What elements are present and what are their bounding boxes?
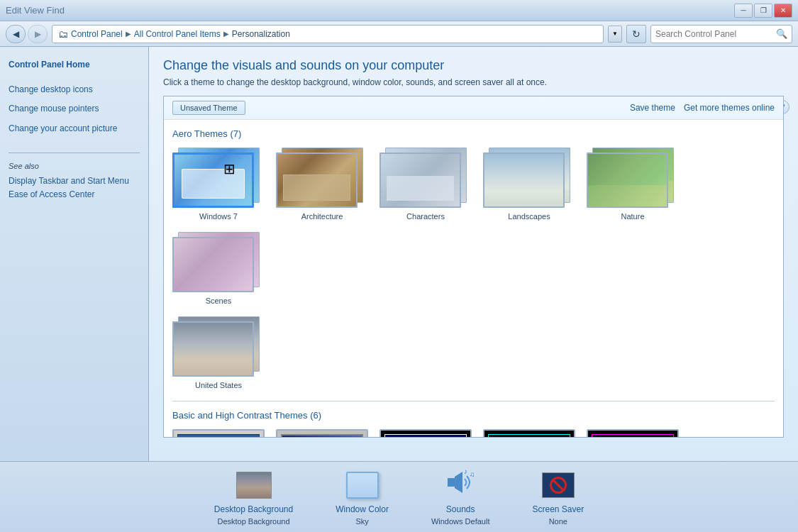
sidebar-see-also: See also Display Taskbar and Start Menu …	[9, 153, 140, 201]
themes-scroll-area[interactable]: Aero Themes (7) ⊞ Windows 7	[164, 120, 783, 437]
desktop-background-sublabel: Desktop Background	[217, 517, 289, 526]
breadcrumb-cp[interactable]: Control Panel	[71, 29, 123, 39]
sounds-sublabel: Windows Default	[431, 517, 490, 526]
theme-stack-front: ⊞	[172, 153, 254, 208]
basic-theme-grid: ⊞ Windows 7 Basic	[172, 429, 775, 437]
theme-us-label: United States	[195, 381, 242, 389]
desktop-background-label: Desktop Background	[214, 504, 293, 514]
theme-characters[interactable]: Characters	[379, 148, 472, 221]
theme-scenes[interactable]: Scenes	[172, 232, 265, 305]
theme-landscapes-preview	[483, 148, 575, 208]
unsaved-theme-button[interactable]: Unsaved Theme	[172, 101, 245, 115]
search-icon: 🔍	[776, 28, 787, 39]
page-subtitle: Click a theme to change the desktop back…	[163, 77, 784, 87]
theme-hc1[interactable]: Document ▬▬▬ High Contrast #1	[379, 429, 472, 437]
restore-button[interactable]: ❐	[754, 4, 772, 18]
aero-section-title: Aero Themes (7)	[172, 128, 775, 139]
theme-win7basic-preview: ⊞	[172, 429, 265, 437]
hc2-window: Document	[488, 434, 570, 437]
theme-nature-preview	[587, 148, 679, 208]
theme-us[interactable]: United States	[172, 316, 265, 389]
theme-scenes-front	[172, 237, 254, 292]
hcblack-title: Document	[592, 435, 673, 437]
no-symbol	[550, 477, 567, 494]
themes-panel: Unsaved Theme Save theme Get more themes…	[163, 96, 784, 438]
section-divider	[172, 401, 775, 401]
theme-land-front	[483, 153, 565, 208]
sounds-item[interactable]: ♪ ♫ Sounds Windows Default	[431, 469, 490, 526]
win7-logo: ⊞	[223, 160, 245, 182]
title-controls: ─ ❐ ✕	[734, 4, 792, 18]
hc2-title: Document	[489, 435, 570, 437]
window-color-label: Window Color	[336, 504, 389, 514]
theme-arch-front	[276, 153, 358, 208]
window-color-item[interactable]: Window Color Sky	[336, 469, 389, 526]
main-layout: Control Panel Home Change desktop icons …	[0, 47, 798, 461]
sidebar-desktop-icons[interactable]: Change desktop icons	[9, 83, 140, 96]
svg-rect-0	[448, 478, 455, 487]
breadcrumb-sep1: ▶	[126, 30, 131, 38]
sidebar-home-link[interactable]: Control Panel Home	[9, 58, 140, 72]
theme-hcblack[interactable]: Document High Contrast Black	[587, 429, 679, 437]
refresh-button[interactable]: ↻	[626, 25, 646, 43]
desktop-background-item[interactable]: Desktop Background Desktop Background	[214, 469, 293, 526]
theme-windows7[interactable]: ⊞ Windows 7	[172, 148, 265, 221]
themes-actions: Save theme Get more themes online	[630, 103, 775, 113]
sounds-icon-container: ♪ ♫	[440, 469, 480, 501]
sidebar-mouse-pointers[interactable]: Change mouse pointers	[9, 102, 140, 116]
theme-windows7-preview: ⊞	[172, 148, 265, 208]
content-area: ? Change the visuals and sounds on your …	[149, 47, 798, 461]
theme-scenes-preview	[172, 232, 265, 292]
theme-chars-front	[379, 153, 461, 208]
nav-buttons: ◀ ▶	[6, 25, 48, 43]
desktop-background-icon	[234, 469, 274, 501]
save-theme-link[interactable]: Save theme	[630, 103, 675, 113]
sidebar-account-picture[interactable]: Change your account picture	[9, 122, 140, 135]
theme-classic[interactable]: Document Windows Classic	[276, 429, 368, 437]
theme-characters-preview	[379, 148, 472, 208]
svg-text:♪: ♪	[464, 468, 467, 475]
theme-hc2[interactable]: Document ▬▬▬ High Contrast #2	[483, 429, 575, 437]
breadcrumb-current: Personalization	[232, 29, 290, 39]
sounds-icon: ♪ ♫	[444, 468, 477, 501]
theme-architecture[interactable]: Architecture	[276, 148, 368, 221]
title-bar: Edit View Find ─ ❐ ✕	[0, 0, 798, 21]
back-button[interactable]: ◀	[6, 25, 26, 43]
breadcrumb-bar: 🗂 Control Panel ▶ All Control Panel Item…	[52, 25, 604, 43]
forward-button[interactable]: ▶	[28, 25, 48, 43]
screen-saver-icon	[542, 472, 575, 498]
theme-hcblack-preview: Document	[587, 429, 679, 437]
title-bar-title: Edit View Find	[6, 5, 65, 16]
minimize-button[interactable]: ─	[734, 4, 753, 18]
theme-nature-label: Nature	[621, 212, 644, 221]
theme-landscapes[interactable]: Landscapes	[483, 148, 575, 221]
address-bar: ◀ ▶ 🗂 Control Panel ▶ All Control Panel …	[0, 21, 798, 47]
sidebar-ease-of-access[interactable]: Ease of Access Center	[9, 189, 94, 199]
breadcrumb-dropdown[interactable]: ▼	[608, 26, 622, 43]
window-color-swatch	[346, 472, 379, 499]
theme-win7basic[interactable]: ⊞ Windows 7 Basic	[172, 429, 265, 437]
search-input[interactable]	[655, 29, 773, 39]
theme-nature[interactable]: Nature	[587, 148, 679, 221]
breadcrumb-sep2: ▶	[223, 30, 229, 38]
close-button[interactable]: ✕	[774, 4, 792, 18]
folder-icon: 🗂	[58, 28, 68, 40]
sounds-label: Sounds	[446, 504, 475, 514]
screen-saver-item[interactable]: Screen Saver None	[532, 469, 584, 526]
themes-header: Unsaved Theme Save theme Get more themes…	[164, 96, 783, 120]
sidebar-display[interactable]: Display	[9, 176, 36, 186]
theme-classic-preview: Document	[276, 429, 368, 437]
theme-us-front	[172, 321, 254, 377]
theme-nature-front	[587, 153, 668, 208]
screen-saver-icon-container	[538, 469, 578, 501]
get-more-themes-link[interactable]: Get more themes online	[684, 103, 775, 113]
sidebar-taskbar[interactable]: Taskbar and Start Menu	[38, 176, 128, 186]
page-title: Change the visuals and sounds on your co…	[163, 58, 784, 73]
window-color-icon	[343, 469, 382, 501]
theme-us-preview	[172, 316, 265, 377]
svg-marker-1	[455, 472, 462, 493]
breadcrumb-allcp[interactable]: All Control Panel Items	[134, 29, 221, 39]
sidebar: Control Panel Home Change desktop icons …	[0, 47, 149, 461]
aero-theme-grid-row2: United States	[172, 316, 775, 389]
aero-theme-grid: ⊞ Windows 7 Architecture	[172, 148, 775, 305]
